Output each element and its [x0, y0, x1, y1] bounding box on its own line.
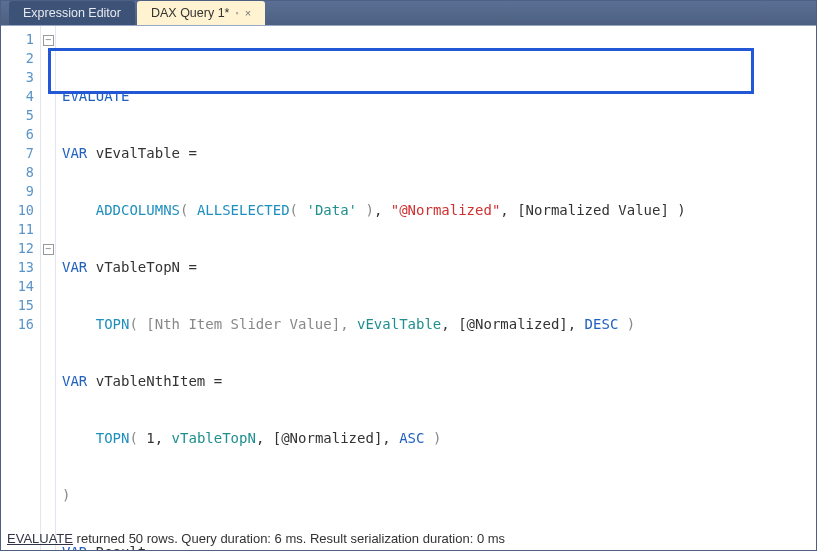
line-number-gutter: 12345678 910111213141516	[1, 26, 41, 551]
app-window: Expression Editor DAX Query 1* ◦ × 12345…	[0, 0, 817, 551]
code-editor[interactable]: 12345678 910111213141516 − − EVALUATE VA…	[1, 25, 816, 551]
tab-dax-query[interactable]: DAX Query 1* ◦ ×	[137, 1, 265, 25]
tab-strip: Expression Editor DAX Query 1* ◦ ×	[1, 1, 816, 25]
fold-icon[interactable]: −	[43, 244, 54, 255]
fold-icon[interactable]: −	[43, 35, 54, 46]
status-bar: EVALUATE returned 50 rows. Query duratio…	[7, 531, 505, 546]
status-text: returned 50 rows. Query duration: 6 ms. …	[73, 531, 505, 546]
fold-gutter: − −	[41, 26, 56, 551]
dirty-indicator-icon: ◦	[235, 1, 238, 25]
status-evaluate-link[interactable]: EVALUATE	[7, 531, 73, 546]
tab-label: Expression Editor	[23, 1, 121, 25]
tab-label: DAX Query 1*	[151, 1, 230, 25]
close-icon[interactable]: ×	[245, 1, 251, 25]
code-area[interactable]: EVALUATE VAR vEvalTable = ADDCOLUMNS( AL…	[56, 26, 816, 551]
tab-expression-editor[interactable]: Expression Editor	[9, 1, 135, 25]
